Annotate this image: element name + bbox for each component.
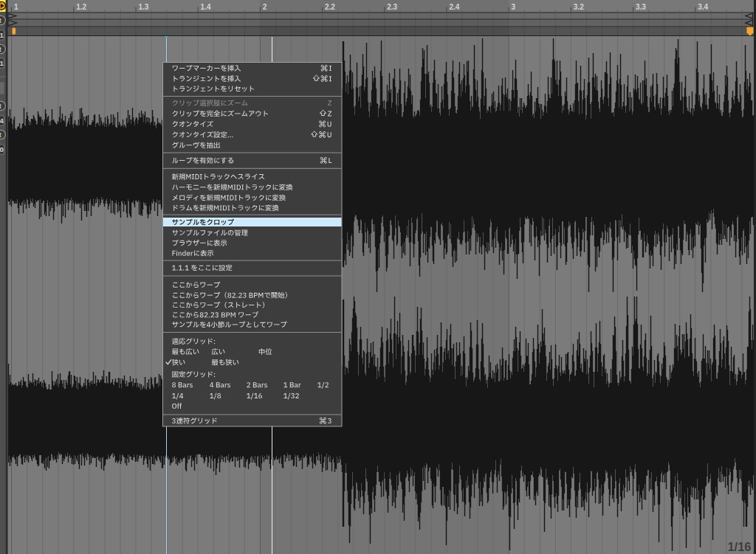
svg-text:1: 1	[14, 3, 18, 11]
svg-text:1: 1	[0, 31, 4, 39]
svg-text:1.4: 1.4	[201, 3, 211, 11]
svg-text:0: 0	[0, 145, 4, 153]
svg-text:4: 4	[0, 117, 4, 125]
svg-text:t: t	[0, 46, 1, 53]
svg-text:3: 3	[512, 3, 516, 11]
svg-text:1/16: 1/16	[727, 540, 751, 553]
svg-text:2.2: 2.2	[325, 3, 335, 11]
svg-text:3.2: 3.2	[574, 3, 584, 11]
svg-text:1: 1	[0, 59, 4, 67]
svg-text:t: t	[0, 131, 1, 139]
svg-text:2: 2	[263, 3, 267, 11]
svg-text:2.4: 2.4	[449, 3, 459, 11]
svg-text:2.3: 2.3	[387, 3, 397, 11]
svg-text:1.2: 1.2	[76, 3, 86, 11]
svg-text:t: t	[0, 103, 1, 110]
svg-text:3.4: 3.4	[698, 3, 708, 11]
svg-text:3.3: 3.3	[636, 3, 646, 11]
svg-text:t: t	[0, 17, 1, 24]
svg-text:1.3: 1.3	[138, 3, 148, 11]
